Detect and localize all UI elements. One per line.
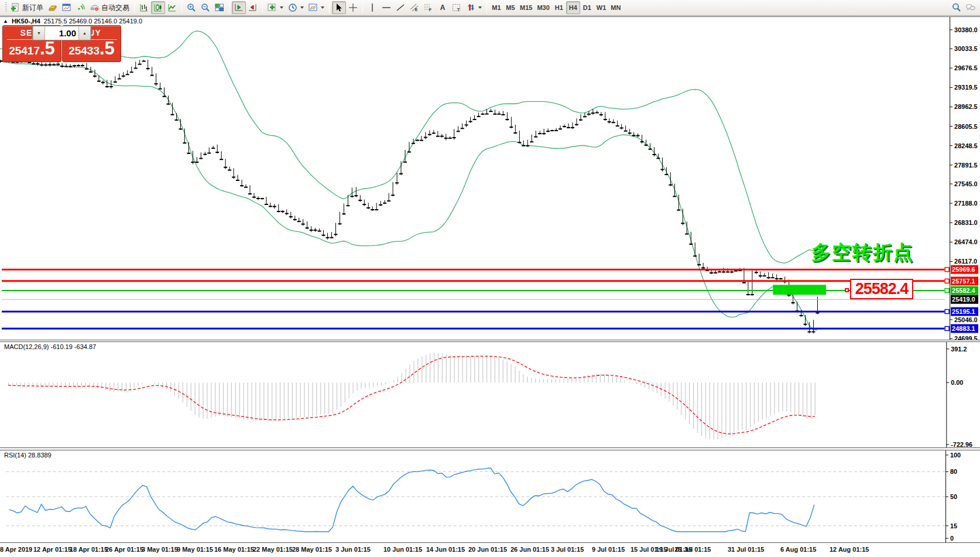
svg-text:A: A (440, 4, 446, 12)
toolbar-arrows-button[interactable] (464, 1, 484, 14)
mt4-window: 新订单自动交易EFATM1M5M15M30H1H4D1W1MN 25969.62… (0, 0, 980, 557)
one-click-collapse-icon[interactable]: ▲ (3, 18, 8, 24)
candles[interactable] (0, 61, 819, 333)
bollinger-upper-band[interactable] (0, 31, 817, 264)
toolbar-crosshair-button[interactable] (346, 1, 360, 14)
volume-increase-button[interactable]: ▲ (78, 26, 91, 40)
rsi-pane[interactable]: 1008050150 (0, 450, 980, 543)
toolbar-text-label-button[interactable]: T (450, 1, 464, 14)
chart-ohlc: 25175.5 25469.0 25146.0 25419.0 (44, 18, 142, 25)
toolbar-chart-shift-button[interactable] (246, 1, 260, 14)
svg-text:28605.5: 28605.5 (954, 123, 978, 130)
price-chart-pane[interactable]: 25969.625757.125582.425195.124883.125419… (0, 16, 980, 340)
toolbar-periods-button[interactable] (286, 1, 306, 14)
volume-input[interactable] (45, 26, 78, 40)
toolbar-tf-m30-button[interactable]: M30 (534, 1, 551, 14)
time-label: 3 May 01:15 (142, 546, 178, 553)
toolbar-new-chart-button[interactable] (60, 1, 74, 14)
new-chart-icon (62, 3, 71, 12)
green-zone-annotation[interactable] (773, 285, 826, 295)
rsi-indicator-label: RSI(14) 28.8389 (4, 452, 52, 459)
toolbar-horizontal-line-button[interactable] (379, 1, 393, 14)
toolbar-tf-h1-button[interactable]: H1 (552, 1, 566, 14)
svg-text:25757.1: 25757.1 (952, 278, 975, 285)
macd-indicator-label: MACD(12,26,9) -610.19 -634.87 (4, 343, 96, 350)
svg-text:25419.0: 25419.0 (952, 296, 975, 303)
toolbar-tf-mn-button[interactable]: MN (608, 1, 623, 14)
toolbar-cursor-button[interactable] (332, 1, 346, 14)
toolbar-tf-m1-label: M1 (492, 4, 501, 11)
macd-pane[interactable]: 391.20.00-722.96 (0, 341, 980, 448)
svg-text:25969.6: 25969.6 (952, 266, 975, 273)
macd-histogram (9, 353, 815, 439)
toolbar-auto-trading-button[interactable]: 自动交易 (88, 1, 132, 14)
svg-text:26474.0: 26474.0 (954, 238, 978, 245)
dropdown-arrow-icon (321, 6, 324, 9)
time-label: 20 Jun 01:15 (468, 546, 507, 553)
svg-text:27545.0: 27545.0 (954, 180, 978, 187)
toolbar-tf-m15-button[interactable]: M15 (518, 1, 534, 14)
svg-text:24883.1: 24883.1 (952, 325, 975, 332)
toolbar-tf-d1-button[interactable]: D1 (580, 1, 594, 14)
time-axis[interactable]: 8 Apr 201912 Apr 01:1518 Apr 01:1526 Apr… (0, 544, 980, 557)
time-label: 10 Jun 01:15 (383, 546, 422, 553)
dropdown-arrow-icon (300, 6, 304, 9)
templates-icon (309, 3, 318, 12)
toolbar-line-chart-button[interactable] (165, 1, 179, 14)
toolbar-equidistant-channel-button[interactable]: E (407, 1, 422, 14)
toolbar-profiles-button[interactable] (46, 1, 60, 14)
toolbar-vertical-line-button[interactable] (365, 1, 379, 14)
svg-text:29319.5: 29319.5 (954, 84, 978, 91)
candle-wicks (1, 59, 818, 334)
toolbar-search-button[interactable] (950, 1, 964, 14)
auto-trading-icon (90, 3, 100, 12)
toolbar-separator (181, 2, 182, 13)
toolbar-zoom-out-button[interactable] (198, 1, 213, 14)
volume-decrease-button[interactable]: ▼ (33, 26, 45, 40)
toolbar-trendline-button[interactable] (393, 1, 407, 14)
toolbar-tf-m5-button[interactable]: M5 (503, 1, 518, 14)
toolbar-separator (329, 2, 330, 13)
arrows-icon (466, 3, 475, 12)
toolbar-auto-scroll-button[interactable] (232, 1, 246, 14)
toolbar-tf-w1-button[interactable]: W1 (594, 1, 609, 14)
toolbar-zoom-in-button[interactable] (184, 1, 198, 14)
time-label: 12 Aug 01:15 (830, 546, 869, 553)
toolbar-chat-button[interactable] (964, 1, 978, 14)
toolbar-separator (262, 2, 263, 13)
toolbar-grip[interactable] (4, 2, 7, 13)
toolbar-text-button[interactable]: A (436, 1, 450, 14)
toolbar-tf-h4-button[interactable]: H4 (566, 1, 580, 14)
toolbar-indicators-button[interactable] (265, 1, 286, 14)
svg-text:28962.5: 28962.5 (954, 103, 978, 110)
price-callout-box[interactable]: 25582.4 (850, 279, 913, 299)
svg-text:F: F (429, 8, 432, 12)
bollinger-lower-band[interactable] (0, 61, 817, 330)
one-click-trade-panel: SELL 25417.5 BUY 25433.5 ▼ ▲ (2, 25, 121, 62)
svg-text:15: 15 (950, 522, 957, 529)
crosshair-icon (348, 3, 358, 12)
toolbar-templates-button[interactable] (306, 1, 327, 14)
svg-text:E: E (415, 8, 418, 12)
time-label: 18 Apr 01:15 (70, 546, 108, 553)
turning-point-annotation[interactable]: 多空转折点 (811, 240, 914, 266)
toolbar-fibonacci-button[interactable]: F (422, 1, 436, 14)
chart-symbol-period: HK50-,H4 (12, 18, 40, 25)
svg-text:30380.0: 30380.0 (954, 26, 978, 33)
toolbar-signals-button[interactable] (74, 1, 88, 14)
toolbar-tile-windows-button[interactable] (213, 1, 227, 14)
zoom-in-icon (187, 3, 196, 12)
toolbar-new-order-button[interactable]: 新订单 (9, 1, 46, 14)
toolbar-candlestick-chart-button[interactable] (151, 1, 165, 14)
volume-stepper: ▼ ▲ (32, 26, 91, 40)
svg-text:24699.5: 24699.5 (954, 335, 978, 340)
rsi-line (9, 468, 814, 532)
toolbar-bar-chart-button[interactable] (137, 1, 151, 14)
price-callout-anchor[interactable] (845, 288, 849, 292)
toolbar-tf-m15-label: M15 (520, 4, 532, 11)
vertical-line-icon (368, 3, 377, 12)
toolbar-tf-d1-label: D1 (583, 4, 591, 11)
toolbar-tf-m5-label: M5 (506, 4, 515, 11)
toolbar-tf-m1-button[interactable]: M1 (489, 1, 503, 14)
profiles-icon (48, 3, 57, 12)
